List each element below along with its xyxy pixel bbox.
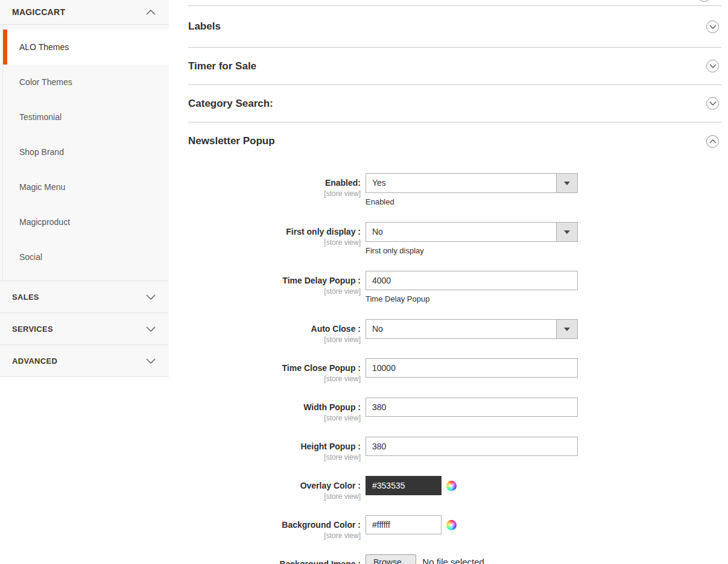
caret-down-icon xyxy=(556,320,577,338)
field-label: Time Delay Popup : xyxy=(282,276,361,285)
select-value: Yes xyxy=(366,174,556,192)
first-only-display-select[interactable]: No xyxy=(366,222,578,242)
field-label: Width Popup : xyxy=(303,402,361,412)
form-row-background-image: Background Image : [store view] Browse..… xyxy=(188,554,721,564)
config-content: Labels Timer for Sale Category Search: N… xyxy=(188,0,721,564)
form-row-height-popup: Height Popup : [store view] xyxy=(188,437,721,461)
time-close-popup-input[interactable] xyxy=(366,358,578,378)
section-title: Newsletter Popup xyxy=(188,135,275,147)
color-wheel-icon[interactable] xyxy=(446,481,457,491)
section-header-newsletter-popup[interactable]: Newsletter Popup xyxy=(188,122,721,160)
scope-label: [store view] xyxy=(188,375,361,383)
field-label: Background Color : xyxy=(282,520,361,530)
section-header-timer-for-sale[interactable]: Timer for Sale xyxy=(188,48,721,85)
section-header-category-search[interactable]: Category Search: xyxy=(188,85,721,122)
form-row-time-delay-popup: Time Delay Popup : [store view] Time Del… xyxy=(188,271,721,303)
sidebar-section-services[interactable]: SERVICES xyxy=(0,312,169,344)
field-label: Height Popup : xyxy=(300,442,361,451)
config-settings-page: MAGICCART ALO Themes Color Themes Testim… xyxy=(0,0,728,564)
sidebar-item-color-themes[interactable]: Color Themes xyxy=(3,65,169,100)
sidebar-item-label: Magicproduct xyxy=(19,217,70,227)
section-above-cutoff xyxy=(188,0,721,6)
circled-chevron-down-icon[interactable] xyxy=(706,21,719,33)
form-row-overlay-color: Overlay Color : [store view] xyxy=(188,476,721,501)
sidebar-item-magicproduct[interactable]: Magicproduct xyxy=(3,204,169,239)
background-color-input[interactable] xyxy=(366,515,442,534)
auto-close-select[interactable]: No xyxy=(366,319,578,339)
sidebar-item-label: Shop Brand xyxy=(19,147,64,157)
caret-down-icon xyxy=(556,174,577,192)
field-label: Background Image : xyxy=(279,559,361,564)
sidebar-section-title: MAGICCART xyxy=(12,7,65,17)
sidebar-item-social[interactable]: Social xyxy=(3,239,169,274)
field-label: Overlay Color : xyxy=(300,481,361,490)
newsletter-popup-form: Enabled: [store view] Yes Enabled First … xyxy=(188,160,721,564)
scope-label: [store view] xyxy=(188,453,361,461)
sidebar-section-advanced[interactable]: ADVANCED xyxy=(0,344,169,376)
scope-label: [store view] xyxy=(188,414,361,422)
chevron-up-icon xyxy=(146,10,156,15)
sidebar-section-sales[interactable]: SALES xyxy=(0,280,169,312)
field-note: Enabled xyxy=(366,197,578,206)
circled-chevron-down-icon[interactable] xyxy=(706,97,719,110)
chevron-down-icon xyxy=(146,358,156,364)
sidebar-item-label: ALO Themes xyxy=(19,42,69,52)
circled-chevron-up-icon[interactable] xyxy=(706,135,719,148)
overlay-color-input[interactable] xyxy=(366,476,442,495)
sidebar-section-label: ADVANCED xyxy=(12,356,57,366)
form-row-first-only-display: First only display : [store view] No Fir… xyxy=(188,222,721,255)
select-value: No xyxy=(366,223,556,241)
form-row-enabled: Enabled: [store view] Yes Enabled xyxy=(188,173,721,206)
chevron-down-icon xyxy=(146,294,156,300)
file-status-text: No file selected. xyxy=(422,557,487,564)
field-note: First only display xyxy=(366,246,578,255)
field-label: Enabled: xyxy=(325,178,361,188)
field-label: Auto Close : xyxy=(311,324,361,334)
circled-chevron-icon[interactable] xyxy=(698,0,711,2)
time-delay-popup-input[interactable] xyxy=(366,271,578,290)
sidebar-divider xyxy=(0,376,169,377)
scope-label: [store view] xyxy=(188,492,361,501)
circled-chevron-down-icon[interactable] xyxy=(706,60,719,72)
scope-label: [store view] xyxy=(188,238,361,247)
section-header-labels[interactable]: Labels xyxy=(188,6,721,48)
caret-down-icon xyxy=(556,223,577,241)
sidebar-section-magiccart[interactable]: MAGICCART xyxy=(0,0,169,24)
enabled-select[interactable]: Yes xyxy=(366,173,578,193)
scope-label: [store view] xyxy=(188,335,361,344)
height-popup-input[interactable] xyxy=(366,437,578,456)
color-wheel-icon[interactable] xyxy=(446,520,457,530)
sidebar-item-testimonial[interactable]: Testimonial xyxy=(3,100,169,135)
sidebar-section-label: SALES xyxy=(12,293,39,302)
scope-label: [store view] xyxy=(188,531,361,540)
field-label: First only display : xyxy=(286,227,361,236)
sidebar-item-label: Social xyxy=(19,252,42,262)
section-title: Category Search: xyxy=(188,98,273,110)
config-nav-sidebar: MAGICCART ALO Themes Color Themes Testim… xyxy=(0,0,169,377)
chevron-down-icon xyxy=(146,326,156,332)
sidebar-item-list: ALO Themes Color Themes Testimonial Shop… xyxy=(2,25,169,280)
width-popup-input[interactable] xyxy=(366,398,578,417)
sidebar-item-label: Magic Menu xyxy=(19,182,65,192)
field-note: Time Delay Popup xyxy=(366,294,578,303)
sidebar-item-label: Testimonial xyxy=(19,112,62,122)
sidebar-item-alo-themes[interactable]: ALO Themes xyxy=(3,30,169,65)
section-title: Timer for Sale xyxy=(188,60,256,72)
sidebar-item-shop-brand[interactable]: Shop Brand xyxy=(3,135,169,170)
form-row-width-popup: Width Popup : [store view] xyxy=(188,398,721,422)
scope-label: [store view] xyxy=(188,189,361,198)
section-title: Labels xyxy=(188,21,221,33)
sidebar-item-label: Color Themes xyxy=(19,77,72,87)
form-row-time-close-popup: Time Close Popup : [store view] xyxy=(188,358,721,383)
form-row-auto-close: Auto Close : [store view] No xyxy=(188,319,721,344)
select-value: No xyxy=(366,320,556,338)
field-label: Time Close Popup : xyxy=(282,363,361,373)
form-row-background-color: Background Color : [store view] xyxy=(188,515,721,540)
scope-label: [store view] xyxy=(188,287,361,296)
sidebar-item-magic-menu[interactable]: Magic Menu xyxy=(3,170,169,204)
background-image-browse-button[interactable]: Browse... xyxy=(366,554,416,564)
sidebar-section-label: SERVICES xyxy=(12,325,53,334)
